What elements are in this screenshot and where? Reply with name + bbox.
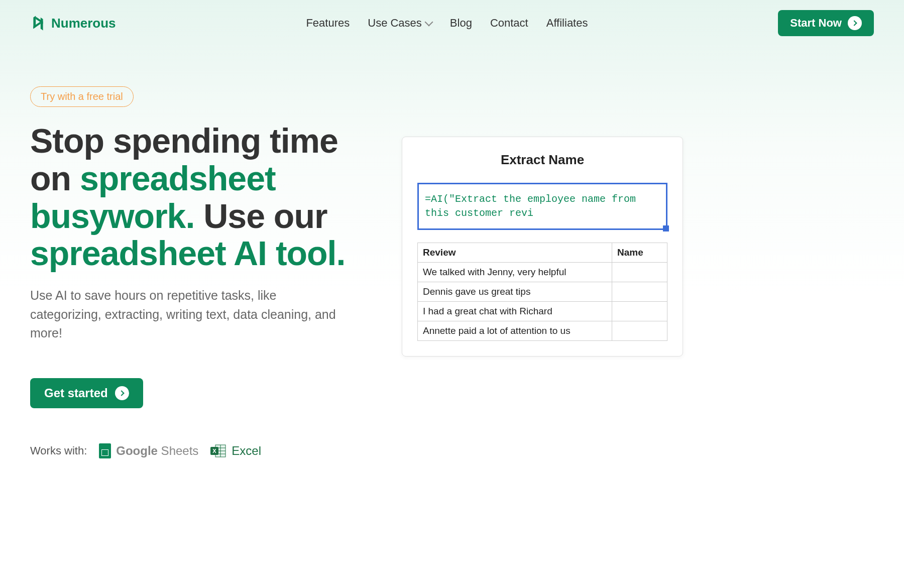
numerous-logo-icon xyxy=(30,15,46,31)
nav-contact[interactable]: Contact xyxy=(490,17,528,30)
demo-title: Extract Name xyxy=(417,152,667,168)
formula-input[interactable]: =AI("Extract the employee name from this… xyxy=(417,183,667,230)
main-content: Try with a free trial Stop spending time… xyxy=(0,46,904,479)
trial-badge[interactable]: Try with a free trial xyxy=(30,86,134,107)
logo[interactable]: Numerous xyxy=(30,15,116,31)
header: Numerous Features Use Cases Blog Contact… xyxy=(0,0,904,46)
table-row: We talked with Jenny, very helpful xyxy=(418,263,667,282)
arrow-right-icon xyxy=(848,16,862,30)
hero-section: Try with a free trial Stop spending time… xyxy=(30,86,382,458)
works-with-label: Works with: xyxy=(30,444,87,457)
subheadline: Use AI to save hours on repetitive tasks… xyxy=(30,286,342,343)
table-row: Annette paid a lot of attention to us xyxy=(418,321,667,341)
demo-section: Extract Name =AI("Extract the employee n… xyxy=(402,137,683,458)
partner-excel: X Excel xyxy=(210,444,261,458)
table-header-review: Review xyxy=(418,243,612,263)
start-now-button[interactable]: Start Now xyxy=(778,10,874,36)
partner-google-sheets: Google Sheets xyxy=(99,443,198,458)
works-with-row: Works with: Google Sheets X Excel xyxy=(30,443,382,458)
chevron-down-icon xyxy=(424,18,433,27)
excel-icon: X xyxy=(210,444,227,458)
headline: Stop spending time on spreadsheet busywo… xyxy=(30,122,382,272)
arrow-right-icon xyxy=(115,386,129,400)
nav-usecases[interactable]: Use Cases xyxy=(368,17,432,30)
brand-name: Numerous xyxy=(51,16,116,31)
nav-affiliates[interactable]: Affiliates xyxy=(546,17,588,30)
demo-card: Extract Name =AI("Extract the employee n… xyxy=(402,137,683,357)
nav-blog[interactable]: Blog xyxy=(450,17,472,30)
nav-features[interactable]: Features xyxy=(306,17,350,30)
table-row: I had a great chat with Richard xyxy=(418,302,667,321)
google-sheets-icon xyxy=(99,443,111,458)
demo-table: Review Name We talked with Jenny, very h… xyxy=(417,243,667,341)
get-started-button[interactable]: Get started xyxy=(30,378,143,408)
main-nav: Features Use Cases Blog Contact Affiliat… xyxy=(306,17,588,30)
table-header-name: Name xyxy=(612,243,667,263)
table-row: Dennis gave us great tips xyxy=(418,282,667,302)
svg-text:X: X xyxy=(213,448,217,454)
